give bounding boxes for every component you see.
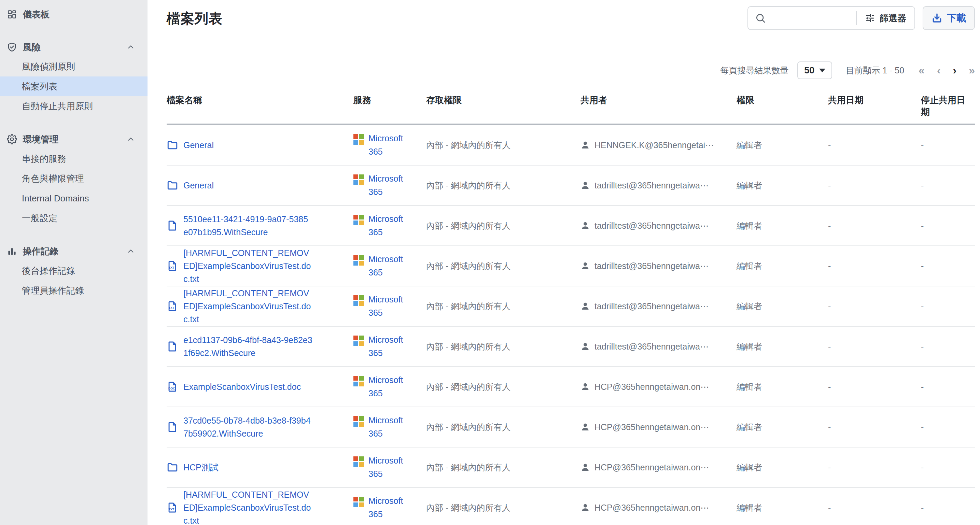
person-icon bbox=[581, 221, 590, 231]
service-link[interactable]: Microsoft 365 bbox=[368, 454, 412, 480]
prev-page-button[interactable]: ‹ bbox=[937, 65, 941, 76]
file-name-link[interactable]: General bbox=[183, 179, 214, 192]
shared-date-cell: - bbox=[828, 342, 921, 352]
sidebar-item[interactable]: 風險偵測原則 bbox=[0, 57, 148, 76]
sidebar-item-label: 風險偵測原則 bbox=[22, 61, 75, 73]
shared-by-email: tadrilltest@365henngetaiwa⋯ bbox=[595, 261, 708, 271]
file-name-cell: TXT[HARMFUL_CONTENT_REMOVED]ExampleScanb… bbox=[167, 247, 353, 285]
shared-by-email: HENNGEK.K@365henngetai⋯ bbox=[595, 140, 714, 150]
file-icon bbox=[167, 421, 178, 433]
sidebar-item[interactable]: 自動停止共用原則 bbox=[0, 96, 148, 116]
file-name-cell: TXT[HARMFUL_CONTENT_REMOVED]ExampleScanb… bbox=[167, 488, 353, 525]
sidebar-item[interactable]: 操作記錄 bbox=[0, 242, 148, 261]
file-name-link[interactable]: ExampleScanboxVirusTest.doc bbox=[183, 380, 301, 393]
access-scope-cell: 內部 - 網域內的所有人 bbox=[426, 140, 581, 151]
sidebar-item[interactable]: 角色與權限管理 bbox=[0, 169, 148, 188]
doc-file-icon: DOC bbox=[167, 381, 178, 393]
file-name-link[interactable]: [HARMFUL_CONTENT_REMOVED]ExampleScanboxV… bbox=[183, 287, 312, 326]
sidebar-item-label: 檔案列表 bbox=[22, 81, 57, 92]
file-name-link[interactable]: [HARMFUL_CONTENT_REMOVED]ExampleScanboxV… bbox=[183, 247, 312, 285]
permission-cell: 編輯者 bbox=[737, 180, 828, 191]
file-name-link[interactable]: HCP測試 bbox=[183, 461, 218, 474]
service-link[interactable]: Microsoft 365 bbox=[368, 293, 412, 320]
table-row: TXT[HARMFUL_CONTENT_REMOVED]ExampleScanb… bbox=[167, 286, 975, 327]
person-icon bbox=[581, 422, 590, 432]
last-page-button[interactable]: » bbox=[969, 65, 975, 76]
sidebar-item-label: 管理員操作記錄 bbox=[22, 285, 84, 297]
column-header: 檔案名稱 bbox=[167, 94, 353, 118]
service-link[interactable]: Microsoft 365 bbox=[368, 172, 412, 199]
table-row: e1cd1137-09b6-4fbf-8a43-9e82e31f69c2.Wit… bbox=[167, 327, 975, 367]
file-name-cell: 5510ee11-3421-4919-9a07-5385e07b1b95.Wit… bbox=[167, 213, 353, 239]
person-icon bbox=[581, 503, 590, 512]
file-name-link[interactable]: [HARMFUL_CONTENT_REMOVED]ExampleScanboxV… bbox=[183, 488, 312, 525]
table-row: TXT[HARMFUL_CONTENT_REMOVED]ExampleScanb… bbox=[167, 246, 975, 286]
shield-icon bbox=[7, 42, 17, 52]
sidebar-item[interactable]: 檔案列表 bbox=[0, 76, 148, 96]
per-page-value: 50 bbox=[804, 65, 815, 76]
permission-cell: 編輯者 bbox=[737, 462, 828, 473]
gear-icon bbox=[7, 134, 17, 145]
file-name-cell: e1cd1137-09b6-4fbf-8a43-9e82e31f69c2.Wit… bbox=[167, 334, 353, 360]
shared-by-email: HCP@365henngetaiwan.on⋯ bbox=[595, 503, 709, 513]
service-link[interactable]: Microsoft 365 bbox=[368, 212, 412, 239]
txt-file-icon: TXT bbox=[167, 502, 178, 513]
service-link[interactable]: Microsoft 365 bbox=[368, 374, 412, 400]
shared-date-cell: - bbox=[828, 261, 921, 271]
access-scope-cell: 內部 - 網域內的所有人 bbox=[426, 220, 581, 231]
sidebar-item[interactable]: 環境管理 bbox=[0, 130, 148, 149]
file-name-link[interactable]: General bbox=[183, 138, 214, 151]
search-input[interactable] bbox=[766, 13, 856, 24]
sidebar-item[interactable]: 後台操作記錄 bbox=[0, 261, 148, 281]
service-link[interactable]: Microsoft 365 bbox=[368, 414, 412, 440]
file-name-cell: General bbox=[167, 138, 353, 151]
chevron-up-icon bbox=[127, 43, 135, 51]
file-name-link[interactable]: 37cd0e55-0b78-4db8-b3e8-f39b47b59902.Wit… bbox=[183, 414, 312, 440]
sidebar-item[interactable]: 儀表板 bbox=[0, 5, 148, 24]
service-link[interactable]: Microsoft 365 bbox=[368, 253, 412, 279]
access-scope-cell: 內部 - 網域內的所有人 bbox=[426, 341, 581, 352]
shared-by-cell: HCP@365henngetaiwan.on⋯ bbox=[581, 503, 737, 513]
column-header: 共用者 bbox=[581, 94, 737, 118]
folder-icon bbox=[167, 461, 178, 473]
shared-by-cell: tadrilltest@365henngetaiwa⋯ bbox=[581, 181, 737, 191]
chevron-up-icon bbox=[127, 248, 135, 255]
first-page-button[interactable]: « bbox=[918, 65, 925, 76]
table-row: HCP測試Microsoft 365內部 - 網域內的所有人HCP@365hen… bbox=[167, 447, 975, 488]
shared-by-cell: HCP@365henngetaiwan.on⋯ bbox=[581, 463, 737, 473]
next-page-button[interactable]: › bbox=[953, 65, 957, 76]
sidebar-item[interactable]: Internal Domains bbox=[0, 188, 148, 208]
sidebar-item[interactable]: 串接的服務 bbox=[0, 149, 148, 169]
shared-date-cell: - bbox=[828, 181, 921, 191]
sidebar-item[interactable]: 管理員操作記錄 bbox=[0, 281, 148, 301]
download-icon bbox=[932, 13, 942, 24]
download-button[interactable]: 下載 bbox=[923, 6, 975, 30]
access-scope-cell: 內部 - 網域內的所有人 bbox=[426, 502, 581, 513]
column-header: 服務 bbox=[353, 94, 426, 118]
microsoft-365-logo-icon bbox=[353, 416, 364, 427]
table-row: 37cd0e55-0b78-4db8-b3e8-f39b47b59902.Wit… bbox=[167, 407, 975, 447]
stop-date-cell: - bbox=[921, 382, 975, 392]
permission-cell: 編輯者 bbox=[737, 381, 828, 393]
table-header: 檔案名稱服務存取權限共用者權限共用日期停止共用日期 bbox=[167, 94, 975, 125]
service-link[interactable]: Microsoft 365 bbox=[368, 494, 412, 521]
shared-date-cell: - bbox=[828, 503, 921, 513]
results-range-label: 目前顯示 1 - 50 bbox=[846, 65, 904, 76]
sidebar-item[interactable]: 風險 bbox=[0, 38, 148, 57]
per-page-label: 每頁搜尋結果數量 bbox=[720, 65, 788, 76]
file-name-cell: TXT[HARMFUL_CONTENT_REMOVED]ExampleScanb… bbox=[167, 287, 353, 326]
per-page-dropdown[interactable]: 50 bbox=[797, 62, 832, 79]
person-icon bbox=[581, 342, 590, 351]
filter-icon bbox=[865, 13, 875, 23]
file-name-link[interactable]: e1cd1137-09b6-4fbf-8a43-9e82e31f69c2.Wit… bbox=[183, 334, 312, 360]
permission-cell: 編輯者 bbox=[737, 140, 828, 151]
microsoft-365-logo-icon bbox=[353, 376, 364, 387]
shared-by-email: HCP@365henngetaiwan.on⋯ bbox=[595, 422, 709, 432]
pagination-bar: 每頁搜尋結果數量 50 目前顯示 1 - 50 «‹›» bbox=[167, 62, 975, 79]
service-link[interactable]: Microsoft 365 bbox=[368, 333, 412, 360]
sidebar-item[interactable]: 一般設定 bbox=[0, 208, 148, 228]
column-header: 存取權限 bbox=[426, 94, 581, 118]
filter-button[interactable]: 篩選器 bbox=[857, 12, 915, 24]
file-name-link[interactable]: 5510ee11-3421-4919-9a07-5385e07b1b95.Wit… bbox=[183, 213, 312, 239]
service-link[interactable]: Microsoft 365 bbox=[368, 132, 412, 158]
